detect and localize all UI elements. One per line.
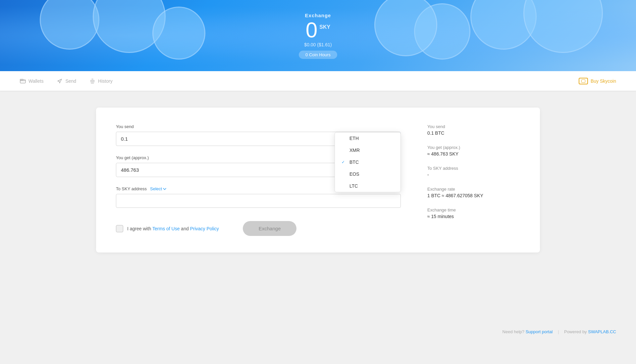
balance-display: 0 SKY	[299, 20, 337, 41]
main-content: You send BTC ETH	[0, 91, 636, 323]
select-chevron-icon	[163, 188, 166, 190]
summary-time-label: Exchange time	[427, 207, 520, 212]
nav-bar: Wallets Send History Buy Skycoin	[0, 71, 636, 91]
you-send-field-group: You send BTC ETH	[116, 124, 401, 146]
summary-to-sky-value: -	[427, 172, 520, 177]
exchange-card: You send BTC ETH	[96, 108, 540, 252]
footer-powered-link[interactable]: SWAPLAB.CC	[588, 329, 616, 334]
history-icon	[89, 78, 95, 84]
summary-you-get-label: You get (approx.)	[427, 145, 520, 150]
dropdown-item-eos[interactable]: EOS	[335, 168, 400, 180]
summary-time: Exchange time ≈ 15 minutes	[427, 207, 520, 219]
terms-pre: I agree with	[127, 226, 152, 231]
coin-hours-badge: 0 Coin Hours	[299, 51, 337, 59]
dropdown-item-btc[interactable]: ✓ BTC	[335, 156, 400, 168]
balance-usd: $0.00 ($1.61)	[299, 42, 337, 47]
footer: Need help? Support portal | Powered by S…	[0, 323, 636, 341]
summary-you-send: You send 0.1 BTC	[427, 124, 520, 136]
summary-to-sky-label: To SKY address	[427, 166, 520, 171]
dropdown-item-xmr[interactable]: XMR	[335, 144, 400, 156]
dropdown-label-btc: BTC	[349, 159, 359, 165]
check-icon-eos	[342, 172, 347, 176]
summary-you-get-value: ≈ 486.763 SKY	[427, 151, 520, 157]
dropdown-label-xmr: XMR	[349, 148, 360, 153]
check-icon-ltc	[342, 184, 347, 188]
wallets-icon	[20, 78, 26, 84]
exchange-button[interactable]: Exchange	[243, 221, 297, 236]
sky-address-label: To SKY address	[116, 186, 147, 191]
buy-skycoin-button[interactable]: Buy Skycoin	[579, 78, 616, 84]
terms-mid: and	[180, 226, 190, 231]
dropdown-item-ltc[interactable]: LTC	[335, 180, 400, 192]
you-send-row: BTC ETH XMR	[116, 132, 401, 146]
nav-wallets-label: Wallets	[28, 78, 43, 84]
summary-you-send-value: 0.1 BTC	[427, 130, 520, 136]
dropdown-label-ltc: LTC	[349, 183, 358, 189]
nav-right: Buy Skycoin	[579, 78, 616, 84]
summary-to-sky: To SKY address -	[427, 166, 520, 177]
exchange-summary: You send 0.1 BTC You get (approx.) ≈ 486…	[427, 124, 520, 236]
check-icon-btc: ✓	[342, 160, 347, 164]
balance-unit: SKY	[319, 24, 330, 30]
check-icon-xmr	[342, 148, 347, 153]
summary-you-send-label: You send	[427, 124, 520, 129]
select-link-label: Select	[150, 186, 162, 191]
summary-you-get: You get (approx.) ≈ 486.763 SKY	[427, 145, 520, 157]
terms-link1[interactable]: Terms of Use	[152, 226, 180, 231]
footer-support-link[interactable]: Support portal	[526, 329, 553, 334]
dropdown-label-eth: ETH	[349, 136, 359, 141]
summary-rate-value: 1 BTC ≈ 4867.627058 SKY	[427, 193, 520, 198]
nav-items: Wallets Send History	[20, 78, 579, 84]
you-send-label: You send	[116, 124, 401, 129]
hero-section: Exchange 0 SKY $0.00 ($1.61) 0 Coin Hour…	[0, 0, 636, 71]
summary-rate-label: Exchange rate	[427, 187, 520, 192]
summary-rate: Exchange rate 1 BTC ≈ 4867.627058 SKY	[427, 187, 520, 198]
send-icon	[57, 78, 63, 84]
nav-history[interactable]: History	[89, 78, 113, 84]
sky-address-input[interactable]	[116, 194, 401, 208]
currency-dropdown: ETH XMR ✓ BTC EOS	[335, 132, 401, 192]
footer-help-text: Need help?	[503, 329, 525, 334]
exchange-form: You send BTC ETH	[116, 124, 401, 236]
buy-skycoin-label: Buy Skycoin	[591, 78, 616, 84]
dropdown-item-eth[interactable]: ETH	[335, 132, 400, 144]
page-title: Exchange	[299, 13, 337, 18]
terms-text: I agree with Terms of Use and Privacy Po…	[127, 226, 219, 231]
terms-link2[interactable]: Privacy Policy	[190, 226, 219, 231]
footer-powered-text: Powered by	[564, 329, 588, 334]
terms-checkbox[interactable]	[116, 225, 123, 232]
check-icon-eth	[342, 136, 347, 141]
nav-history-label: History	[98, 78, 113, 84]
buy-icon	[579, 78, 588, 84]
hero-content: Exchange 0 SKY $0.00 ($1.61) 0 Coin Hour…	[299, 13, 337, 59]
sky-address-select[interactable]: Select	[150, 186, 166, 191]
nav-wallets[interactable]: Wallets	[20, 78, 43, 84]
nav-send[interactable]: Send	[57, 78, 76, 84]
nav-send-label: Send	[65, 78, 76, 84]
summary-time-value: ≈ 15 minutes	[427, 214, 520, 219]
balance-amount: 0	[306, 20, 318, 41]
terms-row: I agree with Terms of Use and Privacy Po…	[116, 221, 401, 236]
dropdown-label-eos: EOS	[349, 171, 359, 177]
coin-decoration	[152, 7, 205, 60]
footer-separator: |	[558, 329, 559, 334]
